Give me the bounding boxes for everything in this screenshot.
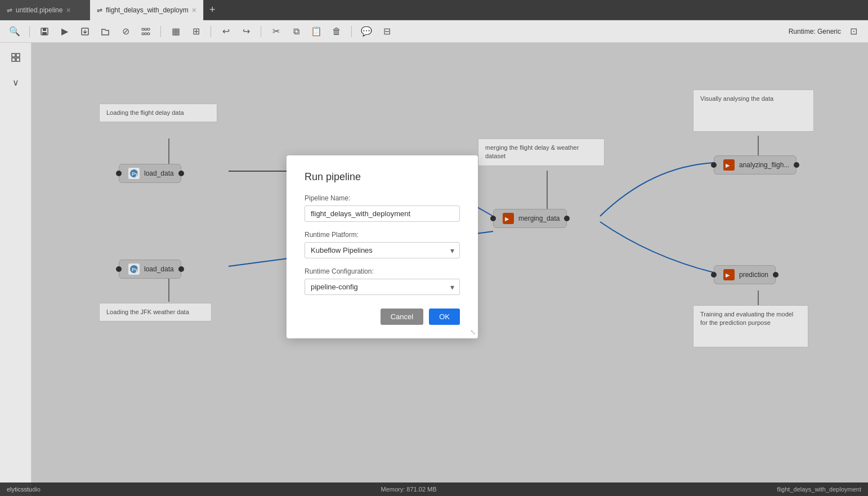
cancel-button[interactable]: Cancel <box>381 309 423 325</box>
search-button[interactable]: 🔍 <box>7 24 23 39</box>
grid-button[interactable]: ▦ <box>168 24 184 39</box>
dialog-overlay: Run pipeline Pipeline Name: Runtime Plat… <box>32 43 868 496</box>
tab-close-1[interactable]: × <box>66 6 70 15</box>
dialog-title: Run pipeline <box>305 171 460 183</box>
tab-add-button[interactable]: + <box>204 4 221 16</box>
left-panel: ∨ <box>0 43 32 496</box>
separator-5 <box>351 26 352 37</box>
align-button[interactable]: ⊟ <box>379 24 395 39</box>
pipeline-name-label: Pipeline Name: <box>305 194 460 202</box>
paste-button[interactable]: 📋 <box>308 24 324 39</box>
tab-label-2: flight_delays_with_deploym <box>106 6 189 14</box>
toolbar: 🔍 ▶ ⊘ ▦ ⊞ ↩ ↪ ✂ ⧉ 📋 🗑 💬 ⊟ Runtime: Gener… <box>0 20 868 43</box>
tab-bar: ⇌ untitled.pipeline × ⇌ flight_delays_wi… <box>0 0 868 20</box>
tab-close-2[interactable]: × <box>192 6 196 15</box>
tab-flight-delays[interactable]: ⇌ flight_delays_with_deploym × <box>90 0 204 20</box>
open-button[interactable] <box>97 24 113 39</box>
runtime-settings-button[interactable]: ⊡ <box>845 24 861 39</box>
clear-button[interactable]: ⊘ <box>118 24 133 39</box>
svg-point-4 <box>142 28 144 30</box>
undo-button[interactable]: ↩ <box>218 24 234 39</box>
cut-button[interactable]: ✂ <box>268 24 284 39</box>
run-button[interactable]: ▶ <box>57 24 73 39</box>
separator-3 <box>211 26 211 37</box>
pipeline-canvas[interactable]: Loading the flight delay data Loading th… <box>32 43 868 496</box>
svg-rect-2 <box>42 32 47 35</box>
pipeline-name-group: Pipeline Name: <box>305 194 460 222</box>
expand-button[interactable]: ∨ <box>6 72 26 92</box>
svg-point-9 <box>147 33 150 35</box>
runtime-config-select-wrapper: pipeline-config default ▾ <box>305 279 460 295</box>
copy-button[interactable]: ⧉ <box>288 24 304 39</box>
resize-handle-icon[interactable]: ⤡ <box>470 328 476 336</box>
svg-point-5 <box>145 28 147 30</box>
svg-rect-1 <box>43 28 46 31</box>
redo-button[interactable]: ↪ <box>238 24 254 39</box>
svg-point-8 <box>145 33 147 35</box>
runtime-platform-select[interactable]: Kubeflow Pipelines Apache Airflow Generi… <box>305 242 460 258</box>
runtime-config-group: Runtime Configuration: pipeline-config d… <box>305 267 460 295</box>
svg-point-6 <box>147 28 150 30</box>
tab-icon-1: ⇌ <box>7 6 12 14</box>
run-pipeline-dialog: Run pipeline Pipeline Name: Runtime Plat… <box>287 155 478 338</box>
runtime-platform-label: Runtime Platform: <box>305 231 460 239</box>
runtime-platform-group: Runtime Platform: Kubeflow Pipelines Apa… <box>305 231 460 258</box>
export-save-button[interactable] <box>77 24 93 39</box>
pipeline-name-input[interactable] <box>305 205 460 222</box>
runtime-config-select[interactable]: pipeline-config default <box>305 279 460 295</box>
separator-2 <box>160 26 161 37</box>
main-area: ∨ Loading the flight delay data <box>0 43 868 496</box>
ok-button[interactable]: OK <box>429 309 460 325</box>
nodes-button[interactable]: ⊞ <box>188 24 204 39</box>
tab-icon-2: ⇌ <box>97 6 102 14</box>
save-button[interactable] <box>37 24 52 39</box>
layout-button[interactable] <box>138 24 154 39</box>
tab-label-1: untitled.pipeline <box>16 6 62 14</box>
svg-point-7 <box>142 33 144 35</box>
palette-button[interactable] <box>6 47 26 68</box>
delete-button[interactable]: 🗑 <box>329 24 344 39</box>
separator-4 <box>261 26 261 37</box>
runtime-platform-select-wrapper: Kubeflow Pipelines Apache Airflow Generi… <box>305 242 460 258</box>
toolbar-right: Runtime: Generic ⊡ <box>789 24 861 39</box>
dialog-buttons: Cancel OK <box>305 309 460 325</box>
runtime-config-label: Runtime Configuration: <box>305 267 460 275</box>
comment-button[interactable]: 💬 <box>359 24 374 39</box>
runtime-label: Runtime: Generic <box>789 28 841 35</box>
tab-untitled[interactable]: ⇌ untitled.pipeline × <box>0 0 90 20</box>
separator-1 <box>29 26 30 37</box>
